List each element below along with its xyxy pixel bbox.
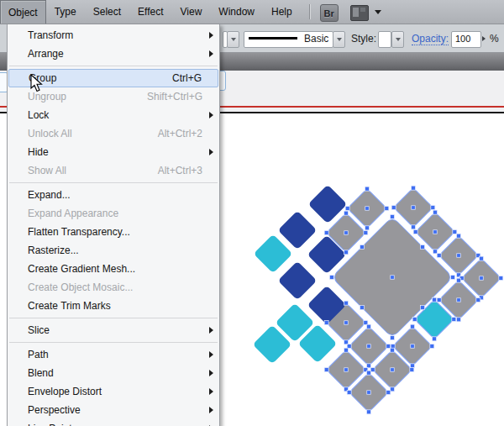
- selection-handle[interactable]: [412, 186, 416, 190]
- selection-handle[interactable]: [413, 230, 417, 234]
- brush-definition-dropdown-button[interactable]: [333, 31, 345, 48]
- selection-handle[interactable]: [386, 391, 391, 395]
- menubar-item-type[interactable]: Type: [46, 0, 85, 24]
- bridge-button[interactable]: Br: [320, 4, 339, 22]
- selection-handle[interactable]: [344, 250, 349, 255]
- selection-handle[interactable]: [391, 368, 395, 372]
- selection-handle[interactable]: [345, 207, 349, 211]
- selection-handle[interactable]: [324, 321, 328, 325]
- mosaic-square-cyan[interactable]: [254, 234, 293, 274]
- menu-item-envelope-distort[interactable]: Envelope Distort: [8, 382, 219, 401]
- menu-item-perspective[interactable]: Perspective: [8, 401, 219, 419]
- selection-handle[interactable]: [344, 301, 349, 305]
- selection-handle[interactable]: [411, 324, 415, 329]
- selection-handle[interactable]: [367, 344, 371, 349]
- selection-handle[interactable]: [421, 306, 425, 310]
- selection-handle[interactable]: [480, 276, 484, 281]
- selection-handle[interactable]: [480, 256, 484, 260]
- selection-handle[interactable]: [364, 231, 368, 235]
- selection-handle[interactable]: [457, 298, 461, 302]
- menubar-item-window[interactable]: Window: [210, 0, 263, 24]
- selection-handle[interactable]: [412, 318, 417, 322]
- selection-handle[interactable]: [412, 225, 416, 229]
- selection-handle[interactable]: [344, 340, 349, 344]
- selection-handle[interactable]: [391, 348, 395, 352]
- menu-item-flatten-transparency[interactable]: Flatten Transparency...: [8, 223, 219, 241]
- selection-handle[interactable]: [430, 344, 434, 349]
- selection-handle[interactable]: [421, 245, 425, 249]
- selection-handle[interactable]: [451, 276, 455, 280]
- menu-item-path[interactable]: Path: [8, 345, 219, 364]
- selection-handle[interactable]: [324, 231, 328, 235]
- selection-handle[interactable]: [433, 250, 438, 254]
- opacity-spinner-icon[interactable]: [482, 36, 486, 41]
- menubar-item-effect[interactable]: Effect: [129, 0, 171, 24]
- selection-handle[interactable]: [367, 371, 371, 375]
- mosaic-square-navy[interactable]: [278, 211, 318, 250]
- menubar-item-view[interactable]: View: [172, 0, 211, 24]
- opacity-link[interactable]: Opacity:: [412, 33, 449, 45]
- menu-item-create-trim-marks[interactable]: Create Trim Marks: [8, 297, 219, 315]
- menu-item-rasterize[interactable]: Rasterize...: [8, 241, 219, 260]
- selection-handle[interactable]: [412, 206, 416, 210]
- menu-item-transform[interactable]: Transform: [8, 26, 219, 45]
- selection-handle[interactable]: [452, 318, 456, 322]
- selection-handle[interactable]: [437, 254, 441, 258]
- selection-handle[interactable]: [457, 318, 461, 322]
- selection-handle[interactable]: [391, 214, 395, 218]
- menu-item-hide[interactable]: Hide: [8, 143, 219, 161]
- selection-handle[interactable]: [410, 368, 414, 372]
- selection-handle[interactable]: [391, 344, 395, 349]
- menu-item-lock[interactable]: Lock: [8, 106, 219, 124]
- selection-handle[interactable]: [344, 231, 349, 235]
- selection-handle[interactable]: [433, 297, 437, 302]
- opacity-field[interactable]: 100: [451, 31, 481, 48]
- selection-handle[interactable]: [457, 234, 461, 238]
- menubar-item-help[interactable]: Help: [263, 0, 301, 24]
- menubar-item-select[interactable]: Select: [85, 0, 129, 24]
- selection-handle[interactable]: [433, 337, 437, 341]
- workspace-layout-icon[interactable]: [350, 5, 369, 21]
- selection-handle[interactable]: [453, 230, 457, 234]
- style-field[interactable]: [378, 31, 391, 48]
- selection-handle[interactable]: [457, 278, 461, 282]
- menu-item-create-gradient-mesh[interactable]: Create Gradient Mesh...: [8, 260, 219, 278]
- selection-handle[interactable]: [347, 344, 351, 349]
- selection-handle[interactable]: [324, 368, 328, 372]
- hidden-combo-dropdown-button[interactable]: [227, 31, 239, 48]
- selection-handle[interactable]: [437, 298, 441, 302]
- selection-handle[interactable]: [411, 364, 415, 368]
- selection-handle[interactable]: [391, 206, 396, 210]
- selection-handle[interactable]: [364, 321, 368, 325]
- selection-handle[interactable]: [411, 344, 415, 349]
- selection-handle[interactable]: [367, 324, 371, 329]
- selection-handle[interactable]: [499, 276, 503, 281]
- menu-item-expand[interactable]: Expand...: [8, 186, 219, 204]
- selection-handle[interactable]: [433, 210, 438, 214]
- selection-handle[interactable]: [386, 344, 391, 349]
- selection-handle[interactable]: [365, 207, 370, 211]
- selection-handle[interactable]: [367, 391, 371, 395]
- selection-handle[interactable]: [391, 336, 395, 340]
- selection-handle[interactable]: [431, 206, 435, 210]
- selection-handle[interactable]: [360, 245, 364, 249]
- selection-handle[interactable]: [385, 207, 389, 211]
- selection-handle[interactable]: [365, 226, 370, 230]
- selection-handle[interactable]: [457, 254, 461, 258]
- workspace-dropdown-caret-icon[interactable]: [375, 10, 381, 14]
- selection-handle[interactable]: [391, 387, 395, 392]
- selection-handle[interactable]: [344, 348, 349, 352]
- selection-handle[interactable]: [476, 298, 480, 302]
- selection-handle[interactable]: [329, 276, 333, 280]
- selection-handle[interactable]: [367, 364, 371, 368]
- menu-item-blend[interactable]: Blend: [8, 364, 219, 382]
- menubar-item-object[interactable]: Object: [0, 0, 46, 24]
- menu-item-slice[interactable]: Slice: [8, 321, 219, 339]
- mosaic-square-navy[interactable]: [278, 261, 318, 301]
- selection-handle[interactable]: [370, 368, 375, 372]
- selection-handle[interactable]: [344, 368, 349, 372]
- menu-item-live-paint[interactable]: Live Paint: [8, 419, 219, 426]
- selection-handle[interactable]: [344, 321, 349, 325]
- selection-handle[interactable]: [360, 306, 364, 310]
- selection-handle[interactable]: [367, 410, 371, 414]
